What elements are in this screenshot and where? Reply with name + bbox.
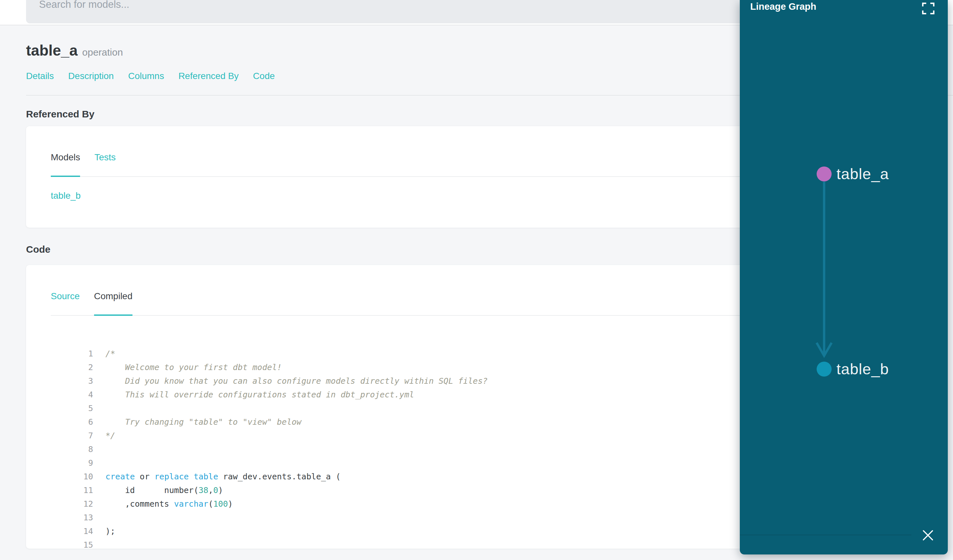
line-number: 1 xyxy=(51,347,93,360)
search-placeholder: Search for models... xyxy=(39,0,129,11)
referenced-by-tab-tests[interactable]: Tests xyxy=(95,152,116,176)
line-number: 12 xyxy=(51,497,93,511)
line-number: 4 xyxy=(51,388,93,402)
line-number: 3 xyxy=(51,374,93,388)
close-icon[interactable] xyxy=(922,530,933,541)
line-number: 5 xyxy=(51,402,93,415)
line-number: 11 xyxy=(51,484,93,497)
lineage-node-table-b[interactable]: table_b xyxy=(816,360,889,377)
line-number: 2 xyxy=(51,360,93,374)
panel-footer-divider xyxy=(740,535,911,535)
lineage-graph-panel: Lineage Graph table_a table_b xyxy=(740,0,948,554)
line-number: 15 xyxy=(51,538,93,552)
line-number: 10 xyxy=(51,470,93,484)
referenced-by-heading: Referenced By xyxy=(26,108,95,120)
node-dot-table-b[interactable] xyxy=(816,362,832,377)
line-number: 7 xyxy=(51,429,93,442)
line-number: 8 xyxy=(51,442,93,456)
lineage-node-table-a[interactable]: table_a xyxy=(816,165,889,183)
line-number: 13 xyxy=(51,511,93,524)
code-heading: Code xyxy=(26,244,50,255)
referenced-by-tab-models[interactable]: Models xyxy=(51,152,80,176)
resource-type-label: operation xyxy=(82,47,123,57)
tab-referenced-by[interactable]: Referenced By xyxy=(178,71,239,81)
lineage-graph-canvas: table_a table_b xyxy=(740,0,948,554)
node-dot-table-a[interactable] xyxy=(816,167,832,181)
tab-description[interactable]: Description xyxy=(68,71,114,81)
model-nav-tabs: DetailsDescriptionColumnsReferenced ByCo… xyxy=(26,71,289,81)
referenced-model-link-table-b[interactable]: table_b xyxy=(51,190,81,201)
node-label-table-a[interactable]: table_a xyxy=(837,165,889,183)
code-tab-compiled[interactable]: Compiled xyxy=(94,291,132,315)
line-number: 6 xyxy=(51,415,93,429)
tab-columns[interactable]: Columns xyxy=(128,71,164,81)
node-label-table-b[interactable]: table_b xyxy=(837,360,889,377)
tab-details[interactable]: Details xyxy=(26,71,54,81)
line-number: 14 xyxy=(51,524,93,538)
tab-code[interactable]: Code xyxy=(253,71,275,81)
page-title: table_a xyxy=(26,42,78,59)
line-number: 9 xyxy=(51,456,93,470)
title-row: table_aoperation xyxy=(26,42,123,59)
code-tab-source[interactable]: Source xyxy=(51,291,80,315)
